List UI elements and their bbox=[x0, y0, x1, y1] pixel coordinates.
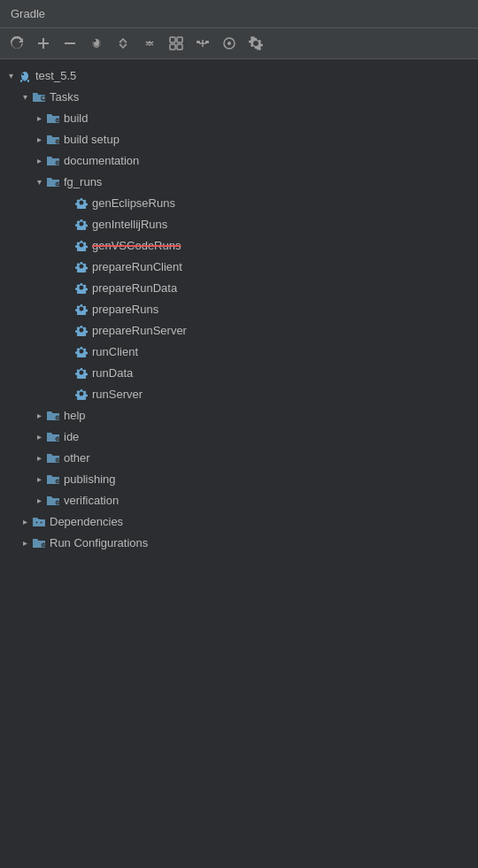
tree-node-root[interactable]: test_5.5 bbox=[0, 65, 478, 86]
link-project-button[interactable] bbox=[191, 32, 214, 55]
arrow-gen-vscode-runs bbox=[60, 238, 74, 252]
settings-button[interactable] bbox=[244, 32, 267, 55]
arrow-help bbox=[32, 408, 46, 422]
svg-point-12 bbox=[22, 73, 24, 75]
svg-rect-14 bbox=[27, 80, 29, 82]
tree-node-documentation[interactable]: documentation bbox=[0, 150, 478, 171]
refresh-button[interactable] bbox=[5, 32, 28, 55]
gen-vscode-runs-label: genVSCodeRuns bbox=[92, 239, 181, 252]
arrow-verification bbox=[32, 493, 46, 507]
documentation-label: documentation bbox=[64, 154, 139, 167]
svg-rect-4 bbox=[177, 37, 182, 42]
arrow-build bbox=[32, 111, 46, 125]
folder-build-icon bbox=[46, 111, 60, 125]
gen-eclipse-runs-label: genEclipseRuns bbox=[92, 196, 175, 210]
tree-node-gen-intellij-runs[interactable]: genIntellijRuns bbox=[0, 213, 478, 234]
remove-button[interactable] bbox=[58, 32, 81, 55]
build-label: build bbox=[64, 111, 88, 125]
tree-node-run-data[interactable]: runData bbox=[0, 362, 478, 383]
folder-fg-runs-icon bbox=[46, 174, 60, 188]
folder-run-configurations-icon bbox=[32, 535, 46, 549]
tree-node-ide[interactable]: ide bbox=[0, 426, 478, 447]
folder-verification-icon bbox=[46, 493, 60, 507]
fg-runs-label: fg_runs bbox=[64, 175, 102, 188]
arrow-fg-runs bbox=[32, 174, 46, 188]
arrow-run-server bbox=[60, 387, 74, 401]
group-tasks-button[interactable] bbox=[165, 32, 188, 55]
collapse-all-button[interactable] bbox=[138, 32, 161, 55]
arrow-other bbox=[32, 450, 46, 465]
folder-dependencies-icon bbox=[32, 514, 46, 528]
tree-node-gen-vscode-runs[interactable]: genVSCodeRuns bbox=[0, 234, 478, 256]
tree-container: test_5.5 Tasks build bbox=[0, 59, 478, 865]
dependencies-label: Dependencies bbox=[50, 515, 123, 528]
tree-node-fg-runs[interactable]: fg_runs bbox=[0, 171, 478, 192]
add-button[interactable] bbox=[32, 32, 55, 55]
svg-point-2 bbox=[94, 40, 96, 42]
arrow-prepare-run-client bbox=[60, 259, 74, 273]
prepare-run-server-label: prepareRunServer bbox=[92, 324, 187, 337]
svg-rect-27 bbox=[40, 521, 42, 524]
gen-intellij-runs-label: genIntellijRuns bbox=[92, 218, 167, 231]
build-setup-label: build setup bbox=[64, 133, 120, 146]
folder-build-setup-icon bbox=[46, 132, 60, 146]
run-configurations-label: Run Configurations bbox=[50, 536, 148, 549]
prepare-runs-label: prepareRuns bbox=[92, 303, 158, 316]
svg-rect-3 bbox=[170, 37, 175, 42]
prepare-run-data-label: prepareRunData bbox=[92, 281, 177, 295]
tree-node-tasks[interactable]: Tasks bbox=[0, 86, 478, 107]
gear-prepare-run-client-icon bbox=[74, 259, 89, 273]
tree-node-run-configurations[interactable]: Run Configurations bbox=[0, 532, 478, 553]
run-server-label: runServer bbox=[92, 388, 143, 401]
folder-publishing-icon bbox=[46, 472, 60, 486]
tree-node-prepare-run-client[interactable]: prepareRunClient bbox=[0, 256, 478, 277]
tree-node-build-setup[interactable]: build setup bbox=[0, 128, 478, 150]
publishing-label: publishing bbox=[64, 472, 116, 486]
svg-rect-8 bbox=[205, 41, 209, 43]
svg-point-10 bbox=[227, 42, 231, 45]
folder-ide-icon bbox=[46, 429, 60, 443]
expand-all-button[interactable] bbox=[112, 32, 135, 55]
gear-run-server-icon bbox=[74, 387, 89, 401]
arrow-prepare-run-data bbox=[60, 280, 74, 295]
tree-node-prepare-run-server[interactable]: prepareRunServer bbox=[0, 319, 478, 341]
svg-rect-13 bbox=[20, 80, 22, 82]
root-label: test_5.5 bbox=[35, 69, 76, 82]
tree-node-prepare-runs[interactable]: prepareRuns bbox=[0, 298, 478, 319]
tree-node-other[interactable]: other bbox=[0, 447, 478, 468]
gear-prepare-run-data-icon bbox=[74, 280, 89, 295]
help-label: help bbox=[64, 409, 86, 422]
svg-rect-5 bbox=[170, 44, 175, 50]
tree-node-prepare-run-data[interactable]: prepareRunData bbox=[0, 277, 478, 298]
ide-label: ide bbox=[64, 430, 79, 443]
svg-rect-26 bbox=[35, 521, 38, 524]
arrow-dependencies bbox=[18, 514, 32, 528]
arrow-gen-eclipse-runs bbox=[60, 196, 74, 210]
arrow-ide bbox=[32, 429, 46, 443]
arrow-run-configurations bbox=[18, 535, 32, 549]
arrow-run-client bbox=[60, 344, 74, 358]
arrow-publishing bbox=[32, 472, 46, 486]
folder-tasks-icon bbox=[32, 89, 46, 104]
tree-node-help[interactable]: help bbox=[0, 404, 478, 426]
title-bar: Gradle bbox=[0, 0, 478, 28]
svg-point-16 bbox=[42, 97, 44, 99]
tree-node-publishing[interactable]: publishing bbox=[0, 468, 478, 489]
tree-node-gen-eclipse-runs[interactable]: genEclipseRuns bbox=[0, 192, 478, 213]
gradle-icon bbox=[18, 68, 32, 82]
gear-prepare-runs-icon bbox=[74, 302, 89, 316]
tree-node-verification[interactable]: verification bbox=[0, 489, 478, 511]
folder-documentation-icon bbox=[46, 153, 60, 167]
tree-node-dependencies[interactable]: Dependencies bbox=[0, 511, 478, 532]
svg-rect-7 bbox=[197, 41, 200, 43]
tree-node-run-client[interactable]: runClient bbox=[0, 341, 478, 362]
tree-node-build[interactable]: build bbox=[0, 107, 478, 128]
tree-node-run-server[interactable]: runServer bbox=[0, 383, 478, 404]
gear-gen-eclipse-runs-icon bbox=[74, 196, 89, 210]
run-gradle-button[interactable] bbox=[85, 32, 108, 55]
toggle-button[interactable] bbox=[218, 32, 241, 55]
arrow-prepare-run-server bbox=[60, 323, 74, 337]
run-data-label: runData bbox=[92, 366, 133, 380]
folder-help-icon bbox=[46, 408, 60, 422]
folder-other-icon bbox=[46, 450, 60, 465]
